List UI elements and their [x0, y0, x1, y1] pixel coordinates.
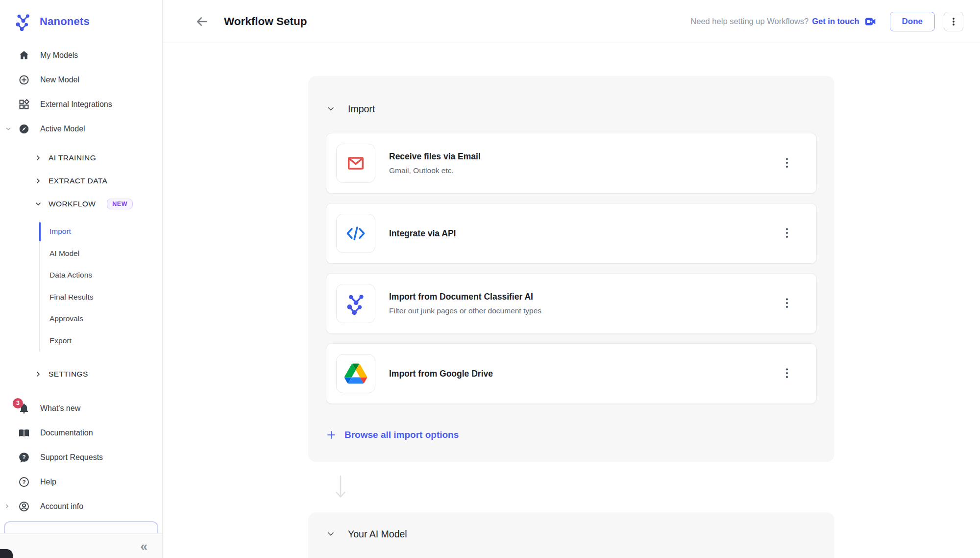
- done-button[interactable]: Done: [890, 12, 935, 31]
- chevron-down-icon[interactable]: [5, 126, 12, 132]
- sidebar-item-label: Help: [40, 478, 56, 486]
- import-cards-list: Receive files via Email Gmail, Outlook e…: [326, 133, 817, 404]
- page-title: Workflow Setup: [224, 15, 307, 28]
- icon-tile: [336, 284, 375, 323]
- subnav-item-label: Final Results: [49, 293, 94, 302]
- chevron-down-icon: [34, 200, 42, 208]
- card-title: Receive files via Email: [389, 152, 481, 162]
- import-section-header[interactable]: Import: [326, 102, 817, 116]
- ai-model-section-header[interactable]: Your AI Model: [326, 527, 817, 541]
- card-subtitle: Filter out junk pages or other document …: [389, 306, 541, 315]
- brand-name: Nanonets: [40, 15, 90, 28]
- subnav-item-label: Approvals: [49, 314, 83, 323]
- sidebar-item-new-model[interactable]: New Model: [0, 68, 162, 92]
- sidebar-item-label: Active Model: [40, 125, 85, 133]
- bell-icon: 3: [18, 403, 30, 415]
- peek-panel[interactable]: [4, 521, 158, 533]
- card-receive-files-via-email[interactable]: Receive files via Email Gmail, Outlook e…: [326, 133, 817, 194]
- subnav-item-label: Data Actions: [49, 271, 92, 279]
- nanonets-icon: [344, 292, 367, 315]
- sidebar-primary-nav: My Models New Model External Integration…: [0, 43, 162, 141]
- chevron-down-icon: [326, 529, 336, 539]
- card-title: Import from Document Classifier AI: [389, 292, 541, 302]
- help-icon: ?: [18, 476, 30, 488]
- sidebar-item-account-info[interactable]: Account info: [0, 494, 162, 519]
- sidebar-item-my-models[interactable]: My Models: [0, 43, 162, 68]
- support-chat-icon: ?: [18, 452, 30, 464]
- integrations-icon: [18, 99, 30, 111]
- google-drive-icon: [344, 363, 367, 384]
- workflow-canvas: Import Receive files via Email Gmail, Ou…: [163, 43, 980, 558]
- chevron-down-icon: [326, 104, 336, 114]
- sidebar-item-support-requests[interactable]: ? Support Requests: [0, 445, 162, 470]
- sidebar-item-documentation[interactable]: Documentation: [0, 421, 162, 445]
- sidebar-item-label: New Model: [40, 76, 79, 84]
- card-kebab-menu[interactable]: [781, 297, 793, 310]
- sidebar-item-active-model[interactable]: Active Model: [0, 117, 162, 141]
- section-title: Your AI Model: [348, 529, 407, 540]
- sidebar-item-whats-new[interactable]: 3 What's new: [0, 396, 162, 421]
- subnav-item-approvals[interactable]: Approvals: [40, 308, 162, 330]
- ai-model-section-panel: Your AI Model: [308, 512, 834, 558]
- subnav-item-export[interactable]: Export: [40, 330, 162, 352]
- get-in-touch-link[interactable]: Get in touch: [812, 17, 859, 26]
- sidebar-item-help[interactable]: ? Help: [0, 470, 162, 494]
- sidebar-item-label: External Integrations: [40, 100, 112, 109]
- sidebar-item-label: Account info: [40, 502, 83, 511]
- group-label: EXTRACT DATA: [49, 177, 107, 185]
- subnav-item-label: AI Model: [49, 249, 79, 258]
- sidebar-item-external-integrations[interactable]: External Integrations: [0, 92, 162, 117]
- group-extract-data[interactable]: EXTRACT DATA: [0, 169, 162, 192]
- sidebar-item-label: My Models: [40, 51, 78, 60]
- more-options-button[interactable]: [944, 12, 963, 31]
- collapse-sidebar-button[interactable]: «: [141, 540, 147, 553]
- video-camera-icon[interactable]: [864, 16, 876, 27]
- back-arrow-icon[interactable]: [195, 15, 209, 28]
- card-integrate-via-api[interactable]: Integrate via API: [326, 203, 817, 264]
- card-subtitle: Gmail, Outlook etc.: [389, 166, 481, 175]
- sidebar-item-label: What's new: [40, 404, 80, 413]
- section-title: Import: [348, 103, 375, 115]
- group-settings[interactable]: SETTINGS: [0, 362, 162, 385]
- subnav-item-import[interactable]: Import: [40, 221, 162, 243]
- icon-tile: [336, 214, 375, 253]
- card-import-from-document-classifier-ai[interactable]: Import from Document Classifier AI Filte…: [326, 273, 817, 334]
- sidebar-secondary-nav: 3 What's new Documentation ? Support Req…: [0, 396, 162, 519]
- sidebar-groups: AI TRAINING EXTRACT DATA WORKFLOW NEW Im…: [0, 146, 162, 385]
- card-kebab-menu[interactable]: [781, 156, 793, 170]
- app-window: Nanonets My Models New Model External In…: [0, 0, 980, 558]
- chevron-right-icon: [34, 370, 42, 378]
- new-badge: NEW: [107, 199, 133, 209]
- sidebar: Nanonets My Models New Model External In…: [0, 0, 163, 558]
- account-icon: [18, 501, 30, 513]
- chevron-right-icon: [34, 177, 42, 185]
- import-section-panel: Import Receive files via Email Gmail, Ou…: [308, 76, 834, 462]
- book-icon: [18, 427, 30, 439]
- plus-circle-icon: [18, 74, 30, 86]
- workflow-subnav: Import AI Model Data Actions Final Resul…: [39, 221, 162, 352]
- subnav-item-label: Import: [49, 227, 71, 236]
- group-workflow[interactable]: WORKFLOW NEW: [0, 192, 162, 215]
- home-icon: [18, 50, 30, 62]
- brand-logo[interactable]: Nanonets: [0, 0, 162, 43]
- subnav-item-final-results[interactable]: Final Results: [40, 286, 162, 308]
- card-kebab-menu[interactable]: [781, 367, 793, 380]
- subnav-item-data-actions[interactable]: Data Actions: [40, 264, 162, 286]
- group-label: WORKFLOW: [49, 200, 96, 208]
- help-text: Need help setting up Workflows?: [690, 17, 808, 26]
- arrow-down-icon: [335, 475, 346, 500]
- chevron-right-icon[interactable]: [4, 503, 11, 510]
- code-icon: [344, 222, 367, 245]
- compass-icon: [18, 123, 30, 135]
- browse-all-import-options-link[interactable]: Browse all import options: [326, 430, 817, 440]
- flow-connector: [308, 462, 834, 512]
- svg-text:?: ?: [22, 479, 25, 485]
- card-kebab-menu[interactable]: [781, 227, 793, 240]
- subnav-item-label: Export: [49, 336, 72, 345]
- top-header: Workflow Setup Need help setting up Work…: [163, 0, 980, 43]
- group-ai-training[interactable]: AI TRAINING: [0, 146, 162, 169]
- group-label: SETTINGS: [49, 370, 88, 379]
- subnav-item-ai-model[interactable]: AI Model: [40, 243, 162, 265]
- kebab-menu-icon: [948, 16, 959, 27]
- card-import-from-google-drive[interactable]: Import from Google Drive: [326, 343, 817, 404]
